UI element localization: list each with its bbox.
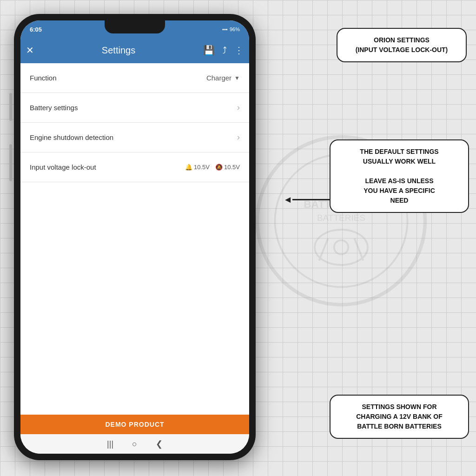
svg-line-5 bbox=[319, 238, 328, 261]
callout-middle-text: THE DEFAULT SETTINGSUSUALLY WORK WELL LE… bbox=[360, 148, 438, 204]
phone-side-button bbox=[9, 93, 12, 121]
app-bar: ✕ Settings 💾 ⤴ ⋮ bbox=[20, 37, 249, 63]
svg-line-6 bbox=[355, 238, 364, 261]
share-button[interactable]: ⤴ bbox=[222, 45, 227, 56]
demo-bar: DEMO PRODUCT bbox=[20, 415, 249, 434]
function-selected: Charger bbox=[206, 74, 231, 82]
bell-off-icon: 🔕 bbox=[215, 164, 223, 171]
voltage-lockout-row[interactable]: Input voltage lock-out 🔔 10.5V 🔕 10.5V bbox=[20, 152, 249, 182]
battery-chevron-icon: › bbox=[237, 103, 240, 112]
voltage-value-2: 🔕 10.5V bbox=[215, 164, 240, 171]
phone-screen: 6:05 ▪▪▪ 96% ✕ Settings 💾 ⤴ ⋮ Function bbox=[20, 20, 249, 454]
voltage-lockout-label: Input voltage lock-out bbox=[30, 163, 185, 171]
battery-icon: 96% bbox=[230, 26, 240, 32]
arrow-line bbox=[292, 199, 330, 200]
arrow-left-icon: ◄ bbox=[283, 194, 292, 205]
battery-settings-label: Battery settings bbox=[30, 104, 237, 112]
voltage-values: 🔔 10.5V 🔕 10.5V bbox=[185, 164, 240, 171]
phone-device: 6:05 ▪▪▪ 96% ✕ Settings 💾 ⤴ ⋮ Function bbox=[14, 14, 256, 460]
svg-point-7 bbox=[334, 240, 348, 254]
function-label: Function bbox=[30, 74, 206, 82]
phone-notch bbox=[105, 20, 165, 33]
phone-body: 6:05 ▪▪▪ 96% ✕ Settings 💾 ⤴ ⋮ Function bbox=[14, 14, 256, 460]
callout-bottom: SETTINGS SHOWN FORCHARGING A 12V BANK OF… bbox=[330, 395, 469, 439]
engine-chevron-icon: › bbox=[237, 132, 240, 142]
voltage-1-text: 10.5V bbox=[194, 164, 210, 171]
dropdown-arrow-icon: ▼ bbox=[234, 75, 240, 81]
more-button[interactable]: ⋮ bbox=[234, 45, 244, 56]
function-row[interactable]: Function Charger ▼ bbox=[20, 63, 249, 93]
demo-text: DEMO PRODUCT bbox=[105, 421, 164, 428]
navigation-bar: ||| ○ ❮ bbox=[20, 434, 249, 454]
back-icon[interactable]: ❮ bbox=[156, 439, 163, 449]
phone-side-button-2 bbox=[9, 144, 12, 181]
watermark-logo: BATTLE BORN BATTERIES bbox=[244, 46, 439, 395]
engine-shutdown-label: Engine shutdown detection bbox=[30, 133, 237, 141]
settings-content: Function Charger ▼ Battery settings › En… bbox=[20, 63, 249, 415]
svg-point-4 bbox=[315, 230, 368, 265]
signal-icon: ▪▪▪ bbox=[222, 26, 228, 32]
close-button[interactable]: ✕ bbox=[26, 45, 34, 56]
app-title: Settings bbox=[41, 45, 196, 56]
callout-middle: THE DEFAULT SETTINGSUSUALLY WORK WELL LE… bbox=[330, 139, 469, 213]
status-icons: ▪▪▪ 96% bbox=[222, 26, 240, 32]
voltage-2-text: 10.5V bbox=[224, 164, 240, 171]
home-icon[interactable]: ○ bbox=[132, 439, 137, 449]
status-time: 6:05 bbox=[30, 26, 42, 33]
voltage-value-1: 🔔 10.5V bbox=[185, 164, 210, 171]
battery-settings-row[interactable]: Battery settings › bbox=[20, 93, 249, 123]
bell-on-icon: 🔔 bbox=[185, 164, 192, 171]
engine-shutdown-row[interactable]: Engine shutdown detection › bbox=[20, 123, 249, 152]
arrow-indicator: ◄ bbox=[283, 194, 330, 205]
callout-bottom-text: SETTINGS SHOWN FORCHARGING A 12V BANK OF… bbox=[356, 403, 443, 430]
callout-top-text: ORION SETTINGS(INPUT VOLTAGE LOCK-OUT) bbox=[356, 36, 448, 53]
callout-top: ORION SETTINGS(INPUT VOLTAGE LOCK-OUT) bbox=[337, 28, 467, 62]
recent-apps-icon[interactable]: ||| bbox=[107, 439, 113, 449]
svg-text:BATTERIES: BATTERIES bbox=[317, 213, 365, 223]
function-value[interactable]: Charger ▼ bbox=[206, 74, 240, 82]
save-button[interactable]: 💾 bbox=[203, 45, 215, 56]
